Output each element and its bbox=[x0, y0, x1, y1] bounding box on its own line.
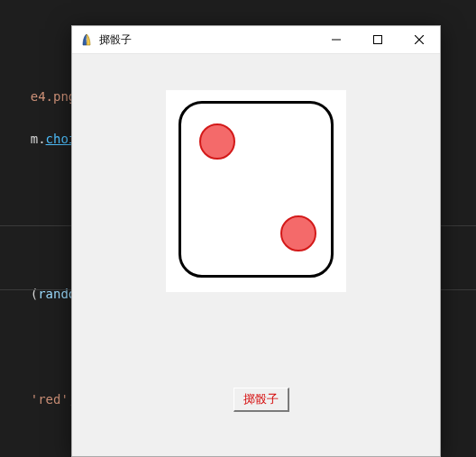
dice-face bbox=[178, 101, 334, 278]
roll-dice-button[interactable]: 掷骰子 bbox=[233, 388, 289, 412]
minimize-button[interactable] bbox=[316, 26, 357, 54]
code-token: 'red' bbox=[31, 392, 69, 407]
tkinter-window: 掷骰子 掷骰子 bbox=[71, 25, 441, 457]
dice-pip bbox=[280, 215, 316, 251]
close-button[interactable] bbox=[398, 26, 440, 54]
svg-rect-1 bbox=[374, 36, 382, 44]
dice-canvas bbox=[166, 90, 346, 292]
window-client-area: 掷骰子 bbox=[72, 54, 440, 456]
window-titlebar[interactable]: 掷骰子 bbox=[72, 26, 440, 54]
app-icon bbox=[79, 32, 94, 47]
code-token: m. bbox=[31, 132, 46, 146]
maximize-button[interactable] bbox=[357, 26, 398, 54]
dice-pip bbox=[199, 123, 235, 160]
window-title: 掷骰子 bbox=[99, 32, 132, 48]
